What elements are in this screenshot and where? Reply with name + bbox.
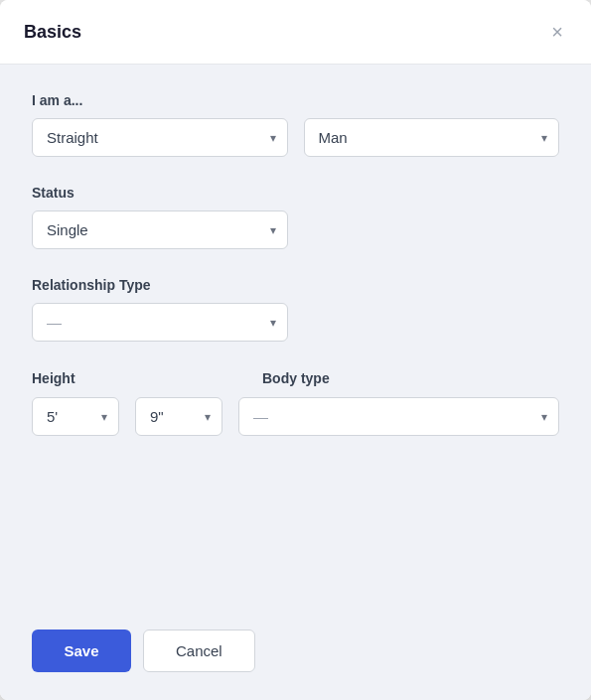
modal-footer: Save Cancel [0, 614, 591, 700]
orientation-wrapper: Straight Gay Bisexual Asexual Other ▾ [32, 118, 288, 157]
gender-select[interactable]: Man Woman Non-binary Other [304, 118, 560, 157]
height-feet-select[interactable]: 4' 5' 6' 7' [32, 397, 119, 436]
status-section: Status Single In a relationship Married … [32, 185, 559, 249]
relationship-type-row: — Monogamous Non-monogamous Open Other ▾ [32, 303, 559, 342]
iam-row: Straight Gay Bisexual Asexual Other ▾ Ma… [32, 118, 559, 157]
iam-label: I am a... [32, 92, 559, 108]
orientation-select[interactable]: Straight Gay Bisexual Asexual Other [32, 118, 288, 157]
relationship-type-select[interactable]: — Monogamous Non-monogamous Open Other [32, 303, 288, 342]
height-bodytype-labels-row: Height Body type [32, 369, 559, 387]
height-inches-wrapper: 0" 1" 2" 3" 4" 5" 6" 7" 8" 9" 10" 11" ▾ [135, 397, 222, 436]
cancel-button[interactable]: Cancel [143, 630, 255, 672]
modal-title: Basics [24, 22, 81, 43]
height-feet-wrapper: 4' 5' 6' 7' ▾ [32, 397, 119, 436]
save-button[interactable]: Save [32, 630, 131, 672]
height-inches-select[interactable]: 0" 1" 2" 3" 4" 5" 6" 7" 8" 9" 10" 11" [135, 397, 222, 436]
height-bodytype-row: 4' 5' 6' 7' ▾ 0" 1" 2" 3" 4" 5" [32, 397, 559, 436]
iam-section: I am a... Straight Gay Bisexual Asexual … [32, 92, 559, 157]
relationship-type-label: Relationship Type [32, 277, 559, 293]
relationship-type-section: Relationship Type — Monogamous Non-monog… [32, 277, 559, 342]
status-select[interactable]: Single In a relationship Married Divorce… [32, 210, 288, 249]
modal-header: Basics × [0, 0, 591, 65]
body-type-wrapper: — Slim Athletic Average Curvy Heavy-set … [238, 397, 559, 436]
status-row: Single In a relationship Married Divorce… [32, 210, 559, 249]
close-icon: × [551, 22, 563, 42]
body-type-label: Body type [262, 370, 330, 386]
modal-body: I am a... Straight Gay Bisexual Asexual … [0, 65, 591, 614]
height-bodytype-section: Height Body type 4' 5' 6' 7' ▾ [32, 369, 559, 436]
height-label: Height [32, 370, 75, 386]
body-type-select[interactable]: — Slim Athletic Average Curvy Heavy-set [238, 397, 559, 436]
status-wrapper: Single In a relationship Married Divorce… [32, 210, 288, 249]
gender-wrapper: Man Woman Non-binary Other ▾ [304, 118, 560, 157]
status-label: Status [32, 185, 559, 201]
relationship-type-wrapper: — Monogamous Non-monogamous Open Other ▾ [32, 303, 288, 342]
modal: Basics × I am a... Straight Gay Bisexual… [0, 0, 591, 700]
close-button[interactable]: × [547, 18, 567, 46]
